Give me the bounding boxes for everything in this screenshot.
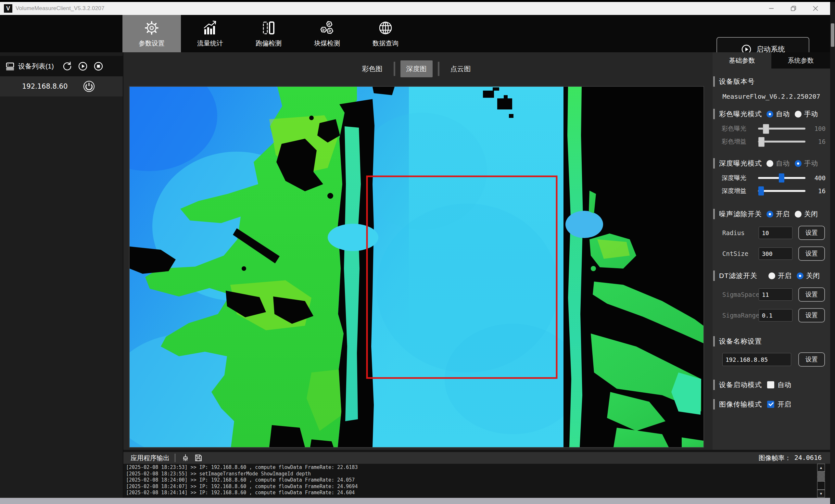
toolbar-item-label: 跑偏检测 (256, 39, 282, 48)
toolbar-item-label: 流量统计 (197, 39, 223, 48)
sigma-range-set-button[interactable]: 设置 (798, 308, 825, 322)
tab-system-params[interactable]: 系统参数 (771, 52, 830, 68)
toolbar-item-label: 块煤检测 (314, 39, 340, 48)
toolbar-item-parameter-settings[interactable]: 参数设置 (122, 15, 181, 52)
device-ip: 192.168.8.60 (22, 82, 67, 90)
color-exposure-slider (758, 128, 806, 129)
minimize-icon (768, 5, 775, 12)
depth-image-view[interactable] (129, 86, 704, 448)
device-row[interactable]: 192.168.8.60 (0, 76, 123, 97)
app-window: V VolumeMeasureClient_V5.3.2.0207 (0, 0, 835, 504)
start-mode-checkbox[interactable] (767, 381, 774, 388)
clear-brush-icon (181, 453, 190, 462)
minimize-button[interactable] (760, 2, 782, 15)
tab-separator (394, 62, 395, 76)
radius-set-button[interactable]: 设置 (798, 226, 825, 240)
close-button[interactable] (805, 2, 827, 15)
log-panel: 应用程序输出 图像帧率： 24.0616 [2025-02-08 18:23:5… (123, 450, 831, 498)
window-scrollbar[interactable] (830, 2, 835, 504)
parameter-tabs: 基础参数 系统参数 (713, 52, 830, 68)
device-power-button[interactable] (82, 80, 96, 93)
radio-depth-auto[interactable] (767, 160, 773, 167)
globe-icon (377, 19, 394, 36)
device-list-header: 设备列表(1) (0, 56, 123, 76)
framerate-label: 图像帧率： (759, 453, 791, 462)
section-device-name: 设备名称设置 (713, 336, 830, 346)
log-line: [2025-02-08 18:23:53] >> IP: 192.168.8.6… (126, 464, 815, 471)
log-scrollbar[interactable]: ▲ ▼ (817, 464, 826, 498)
power-icon (83, 80, 95, 93)
section-device-version: 设备版本号 (713, 76, 830, 87)
radio-noise-off[interactable] (795, 211, 801, 218)
window-scroll-thumb[interactable] (831, 23, 834, 47)
log-line: [2025-02-08 18:23:55] >> setImageTransfe… (126, 471, 815, 477)
scroll-up-button[interactable]: ▲ (817, 464, 825, 471)
app-logo: V (4, 4, 12, 13)
sigma-space-input[interactable]: 11 (759, 288, 792, 301)
radius-input[interactable]: 10 (759, 227, 792, 239)
device-name-input[interactable]: 192.168.8.85 (722, 353, 791, 366)
scroll-track[interactable] (817, 471, 825, 481)
depth-gain-slider-row: 深度增益 16 (722, 187, 826, 195)
log-output[interactable]: [2025-02-08 18:23:53] >> IP: 192.168.8.6… (126, 464, 815, 497)
toolbar-item-flow-statistics[interactable]: 流量统计 (181, 15, 239, 52)
transfer-mode-checkbox[interactable] (767, 401, 774, 408)
cntsize-set-button[interactable]: 设置 (798, 246, 825, 261)
image-tabs: 彩色图 深度图 点云图 (123, 59, 709, 78)
radio-noise-on[interactable] (767, 211, 773, 218)
device-name-row: 192.168.8.85 设置 (713, 352, 825, 367)
log-title: 应用程序输出 (130, 453, 169, 462)
sigma-range-input[interactable]: 0.1 (759, 309, 792, 322)
log-line: [2025-02-08 18:24:14] >> IP: 192.168.8.6… (126, 490, 815, 496)
depth-exposure-slider[interactable] (758, 177, 806, 179)
cntsize-input[interactable]: 300 (759, 247, 792, 260)
sigma-space-set-button[interactable]: 设置 (798, 287, 825, 302)
save-icon (194, 453, 203, 462)
stop-all-devices-button[interactable] (93, 61, 104, 72)
radio-color-manual[interactable] (795, 111, 801, 118)
stop-icon (93, 61, 104, 72)
radio-dt-off[interactable] (797, 273, 803, 279)
coal-pieces-icon (318, 19, 336, 36)
radio-color-auto[interactable] (767, 111, 773, 118)
refresh-icon (62, 61, 73, 72)
device-version-value: MeasureFlow_V6.2.2.250207 (713, 93, 830, 100)
tab-basic-params[interactable]: 基础参数 (713, 52, 771, 68)
radius-row: Radius 10 设置 (722, 226, 825, 240)
depth-gain-slider[interactable] (758, 190, 806, 192)
radio-dt-on[interactable] (769, 273, 775, 279)
color-exposure-mode-row: 彩色曝光模式 自动 手动 (713, 109, 830, 119)
toolbar-item-data-query[interactable]: 数据查询 (356, 15, 415, 52)
tab-separator (438, 62, 440, 76)
scroll-down-button[interactable]: ▼ (817, 490, 825, 498)
refresh-devices-button[interactable] (62, 61, 73, 72)
save-log-button[interactable] (194, 453, 203, 463)
gear-icon (143, 19, 160, 36)
close-icon (812, 5, 819, 12)
bottom-status-bar (0, 498, 835, 504)
device-list-title: 设备列表(1) (18, 62, 54, 71)
start-all-devices-button[interactable] (77, 61, 88, 72)
color-exposure-slider-row: 彩色曝光 100 (722, 124, 826, 133)
framerate-readout: 图像帧率： 24.0616 (759, 453, 822, 462)
depth-exposure-slider-row: 深度曝光 400 (722, 174, 826, 182)
device-name-set-button[interactable]: 设置 (798, 352, 825, 367)
main-toolbar: 参数设置 流量统计 跑偏检测 (0, 15, 835, 52)
scroll-thumb[interactable] (817, 481, 825, 490)
parameter-panel: 基础参数 系统参数 设备版本号 MeasureFlow_V6.2.2.25020… (713, 52, 830, 450)
toolbar-item-label: 参数设置 (139, 39, 165, 48)
color-gain-slider (758, 141, 806, 143)
depth-exposure-mode-row: 深度曝光模式 自动 手动 (713, 158, 830, 168)
toolbar-item-lump-coal-detection[interactable]: 块煤检测 (298, 15, 356, 52)
tab-depth-image[interactable]: 深度图 (401, 60, 433, 77)
clear-log-button[interactable] (181, 453, 190, 463)
toolbar-item-deviation-detection[interactable]: 跑偏检测 (239, 15, 298, 52)
window-title: VolumeMeasureClient_V5.3.2.0207 (16, 5, 105, 12)
tab-color-image[interactable]: 彩色图 (356, 60, 388, 77)
tab-pointcloud-image[interactable]: 点云图 (445, 60, 477, 77)
dt-filter-row: DT滤波开关 开启 关闭 (713, 270, 830, 281)
restore-button[interactable] (782, 2, 805, 15)
radio-depth-manual[interactable] (795, 160, 801, 167)
toolbar-item-label: 数据查询 (372, 39, 399, 48)
check-icon (769, 401, 774, 406)
